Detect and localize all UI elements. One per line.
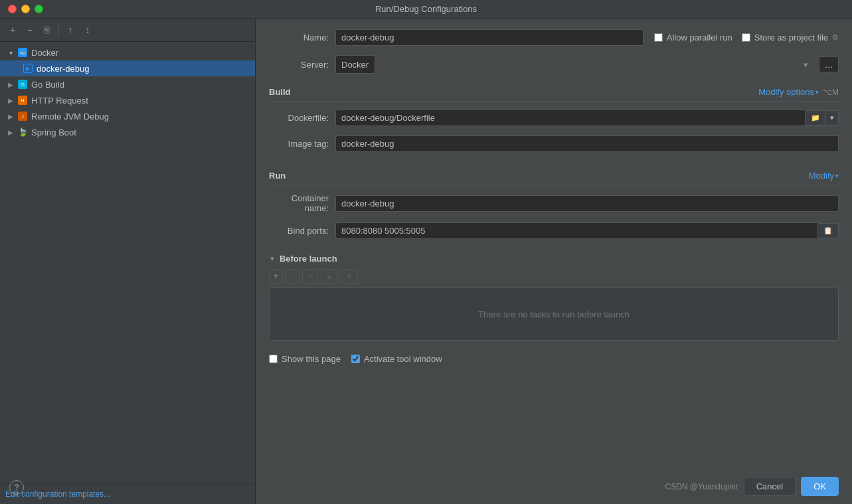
store-as-project-label: Store as project file: [754, 33, 828, 42]
bottom-options: Show this page Activate tool window: [269, 354, 839, 364]
expand-arrow-jvm: ▶: [5, 111, 16, 122]
expand-arrow-go: ▶: [5, 79, 16, 90]
sort-icon: ↕: [86, 25, 90, 35]
close-button[interactable]: [8, 5, 17, 13]
sidebar-item-spring-boot[interactable]: ▶ 🍃 Spring Boot: [0, 124, 255, 140]
run-section-header: Run Modify ▾: [269, 167, 839, 185]
before-launch-remove-button[interactable]: −: [286, 269, 299, 284]
before-launch-toolbar: + − ✎ ▲ ▼: [269, 269, 839, 284]
modify-link[interactable]: Modify ▾: [809, 171, 839, 181]
window-controls: [8, 5, 43, 13]
sidebar: + − ⎘ ↑ ↕ ▾ 🐳 Docker: [0, 19, 256, 504]
activate-tool-window-checkbox[interactable]: [351, 355, 360, 363]
activate-tool-window-row: Activate tool window: [351, 354, 442, 364]
expand-arrow-docker: ▾: [5, 47, 16, 58]
bind-ports-browse-button[interactable]: 📋: [817, 223, 839, 238]
http-request-icon: H: [17, 95, 28, 106]
show-this-page-label: Show this page: [282, 354, 341, 364]
plus-icon: +: [10, 25, 15, 35]
copy-config-button[interactable]: ⎘: [40, 23, 54, 37]
sidebar-item-remote-jvm[interactable]: ▶ J Remote JVM Debug: [0, 108, 255, 124]
show-this-page-row: Show this page: [269, 354, 341, 364]
remove-config-button[interactable]: −: [23, 23, 37, 37]
cancel-button[interactable]: Cancel: [744, 477, 796, 496]
allow-parallel-row: Allow parallel run: [654, 33, 732, 42]
expand-arrow-spring: ▶: [5, 127, 16, 137]
name-input[interactable]: [335, 29, 643, 46]
sidebar-item-label: Go Build: [31, 80, 64, 90]
server-row: Server: Docker ...: [269, 55, 839, 74]
container-name-row: Container name:: [269, 193, 839, 213]
spring-boot-icon: 🍃: [17, 127, 28, 137]
before-launch-section: ▼ Before launch + − ✎ ▲ ▼ There are no t…: [269, 254, 839, 341]
run-section-title: Run: [269, 171, 286, 181]
store-as-project-checkbox[interactable]: [742, 33, 750, 42]
chevron-down-icon: ▾: [815, 89, 819, 96]
dockerfile-label: Dockerfile:: [269, 113, 329, 123]
container-name-input[interactable]: [335, 195, 839, 212]
server-more-button[interactable]: ...: [819, 56, 839, 72]
ok-button[interactable]: OK: [801, 477, 839, 496]
move-up-button[interactable]: ↑: [63, 23, 78, 37]
dockerfile-browse-button[interactable]: 📁: [805, 110, 826, 126]
collapse-icon: ▼: [269, 255, 276, 262]
store-as-project-row: Store as project file ⚙: [742, 33, 839, 42]
modify-options-link[interactable]: Modify options ▾ ⌥M: [758, 87, 839, 97]
watermark-text: CSDN @Yuandupier: [665, 482, 738, 491]
go-build-icon: G: [17, 79, 28, 90]
remote-jvm-icon: J: [17, 111, 28, 122]
sidebar-item-http-request[interactable]: ▶ H HTTP Request: [0, 92, 255, 108]
sort-button[interactable]: ↕: [80, 23, 95, 37]
server-select-wrapper: Docker: [335, 55, 813, 74]
before-launch-header[interactable]: ▼ Before launch: [269, 254, 839, 264]
container-name-label: Container name:: [269, 193, 329, 213]
bind-ports-label: Bind ports:: [269, 226, 329, 236]
before-launch-add-button[interactable]: +: [269, 269, 283, 284]
dockerfile-input[interactable]: [335, 110, 805, 126]
expand-arrow-placeholder: [11, 63, 21, 74]
show-this-page-checkbox[interactable]: [269, 355, 278, 363]
image-tag-label: Image tag:: [269, 139, 329, 149]
sidebar-toolbar: + − ⎘ ↑ ↕: [0, 19, 255, 42]
dockerfile-dropdown-button[interactable]: ▾: [826, 110, 839, 126]
dockerfile-row: Dockerfile: 📁 ▾: [269, 110, 839, 126]
docker-group-icon: 🐳: [17, 47, 28, 58]
sidebar-item-docker[interactable]: ▾ 🐳 Docker: [0, 44, 255, 60]
toolbar-separator: [58, 24, 59, 36]
activate-tool-window-label: Activate tool window: [364, 354, 442, 364]
sidebar-item-label: Remote JVM Debug: [31, 112, 109, 122]
bind-ports-input[interactable]: [335, 222, 817, 239]
gear-icon: ⚙: [832, 33, 839, 42]
help-button[interactable]: ?: [9, 480, 24, 495]
sidebar-item-label: Spring Boot: [31, 127, 76, 137]
sidebar-item-label: HTTP Request: [31, 96, 88, 106]
maximize-button[interactable]: [35, 5, 43, 13]
bind-ports-row: Bind ports: 📋: [269, 222, 839, 239]
add-config-button[interactable]: +: [5, 23, 20, 37]
before-launch-up-button[interactable]: ▲: [321, 269, 338, 284]
minimize-button[interactable]: [21, 5, 30, 13]
copy-icon: ⎘: [44, 25, 50, 35]
sidebar-item-label: Docker: [31, 48, 58, 58]
before-launch-edit-button[interactable]: ✎: [302, 269, 318, 284]
image-tag-row: Image tag:: [269, 135, 839, 152]
before-launch-title: Before launch: [280, 254, 337, 264]
before-launch-down-button[interactable]: ▼: [341, 269, 358, 284]
build-section-header: Build Modify options ▾ ⌥M: [269, 83, 839, 102]
footer-buttons: CSDN @Yuandupier Cancel OK: [651, 469, 852, 504]
sidebar-item-label: docker-debug: [37, 64, 90, 74]
modify-options-label: Modify options: [758, 87, 814, 97]
server-select[interactable]: Docker: [335, 55, 375, 74]
build-section-title: Build: [269, 87, 291, 97]
allow-parallel-checkbox[interactable]: [654, 33, 663, 42]
title-bar: Run/Debug Configurations: [0, 0, 852, 19]
main-layout: + − ⎘ ↑ ↕ ▾ 🐳 Docker: [0, 19, 852, 504]
minus-icon: −: [27, 25, 33, 35]
empty-tasks-area: There are no tasks to run before launch: [269, 288, 839, 341]
allow-parallel-label: Allow parallel run: [667, 33, 732, 42]
sidebar-item-go-build[interactable]: ▶ G Go Build: [0, 76, 255, 92]
expand-arrow-http: ▶: [5, 95, 16, 106]
image-tag-input[interactable]: [335, 135, 839, 152]
sidebar-footer: Edit configuration templates...: [0, 483, 255, 504]
sidebar-item-docker-debug[interactable]: ▶ docker-debug: [0, 60, 255, 76]
